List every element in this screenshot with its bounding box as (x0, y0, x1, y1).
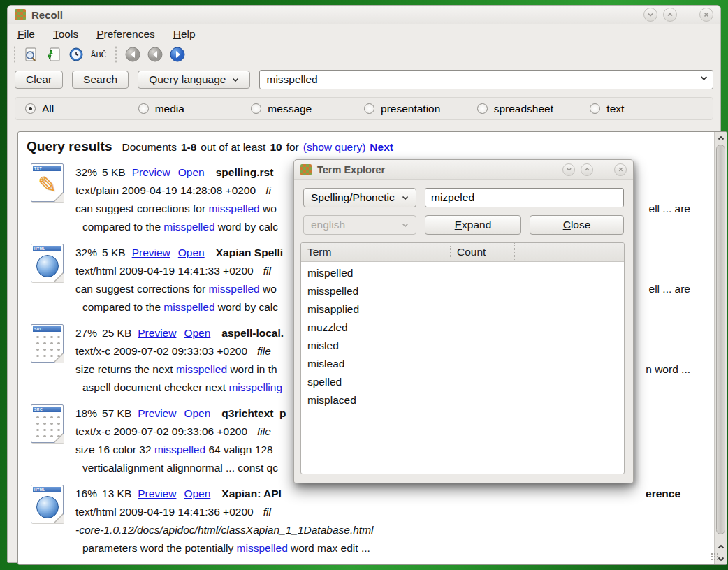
globe-icon (36, 496, 59, 518)
open-link[interactable]: Open (178, 244, 205, 262)
history-clock-icon[interactable] (67, 45, 85, 64)
term-row[interactable]: mislead (307, 355, 624, 373)
dialog-title: Term Explorer (317, 164, 557, 175)
source-code-icon (34, 334, 61, 360)
filter-all[interactable]: All (25, 103, 138, 115)
radio-icon (364, 103, 374, 114)
recoll-logo-icon (15, 9, 26, 20)
open-link[interactable]: Open (184, 404, 210, 423)
filetype-filter-bar: All media message presentation spreadshe… (15, 97, 713, 120)
term-row[interactable]: misspelled (307, 282, 624, 300)
result-row: HTML 16%13 KBPreviewOpenXapian: APIerenc… (31, 485, 714, 557)
result-title: q3richtext_p (221, 404, 286, 423)
search-input[interactable] (259, 70, 713, 89)
result-range: 1-8 (181, 141, 196, 154)
term-row[interactable]: misplaced (307, 391, 624, 409)
search-combo (259, 70, 713, 89)
column-count[interactable]: Count (450, 246, 514, 258)
pencil-icon: ✎ (38, 171, 57, 199)
text-file-icon: TXT✎ (31, 163, 64, 202)
filter-text[interactable]: text (590, 103, 703, 115)
shade-button[interactable] (643, 8, 657, 22)
results-scrollbar[interactable] (714, 132, 727, 564)
close-button[interactable] (699, 8, 713, 22)
chevron-down-icon (700, 75, 708, 81)
filter-media[interactable]: media (138, 103, 252, 115)
page-first-icon[interactable] (124, 45, 142, 64)
column-term[interactable]: Term (301, 246, 450, 258)
toolbar-separator (113, 46, 118, 63)
source-file-icon: SRC (31, 404, 64, 443)
term-list: mispelled misspelled misapplied muzzled … (301, 262, 624, 409)
globe-icon (36, 255, 59, 277)
term-table: Term Count mispelled misspelled misappli… (300, 242, 625, 474)
radio-icon (590, 103, 600, 114)
result-title-fragment: erence (646, 485, 714, 503)
page-previous-icon[interactable] (146, 45, 164, 64)
close-x-icon (703, 11, 710, 18)
html-file-icon: HTML (31, 244, 64, 282)
term-row[interactable]: misapplied (307, 300, 624, 319)
chevron-down-icon (232, 78, 239, 82)
chevron-up-icon (667, 11, 674, 18)
preview-link[interactable]: Preview (132, 163, 170, 182)
filter-presentation[interactable]: presentation (364, 103, 477, 115)
source-file-icon: SRC (31, 324, 64, 363)
menu-tools[interactable]: Tools (53, 28, 78, 41)
term-row[interactable]: spelled (307, 373, 624, 391)
clear-button[interactable]: Clear (15, 71, 63, 89)
dialog-title-bar[interactable]: Term Explorer (294, 160, 633, 180)
preview-link[interactable]: Preview (138, 404, 176, 423)
scroll-track[interactable] (715, 144, 727, 541)
chevron-up-icon (718, 136, 725, 141)
term-row[interactable]: misled (307, 337, 624, 355)
search-button[interactable]: Search (72, 71, 129, 89)
radio-icon (25, 103, 36, 114)
preview-link[interactable]: Preview (138, 485, 176, 503)
chevron-up-icon (584, 166, 590, 173)
preview-link[interactable]: Preview (132, 244, 170, 262)
close-button[interactable] (614, 163, 627, 176)
show-query-link[interactable]: (show query) (303, 141, 366, 154)
language-dropdown[interactable]: english (303, 215, 416, 235)
page-next-icon[interactable] (168, 45, 187, 64)
maximize-button[interactable] (663, 8, 677, 22)
term-row[interactable]: muzzled (307, 319, 624, 337)
menu-preferences[interactable]: Preferences (96, 28, 155, 41)
result-title: Xapian Spelli (216, 244, 283, 262)
chevron-down-icon (402, 223, 409, 228)
maximize-button[interactable] (581, 163, 593, 176)
open-link[interactable]: Open (178, 163, 205, 182)
open-link[interactable]: Open (184, 485, 210, 503)
scroll-thumb[interactable] (716, 145, 725, 534)
menu-file[interactable]: File (17, 28, 35, 41)
menu-help[interactable]: Help (173, 28, 196, 41)
menu-bar: File Tools Preferences Help (8, 24, 720, 43)
scroll-up-button[interactable] (715, 132, 727, 144)
query-language-dropdown[interactable]: Query language (138, 71, 250, 89)
radio-icon (251, 103, 261, 114)
term-input[interactable] (425, 188, 624, 207)
spellcheck-abc-icon[interactable]: ÅBĈ (89, 45, 108, 64)
next-page-link[interactable]: Next (370, 141, 393, 154)
scroll-up-button[interactable] (715, 541, 727, 553)
shade-button[interactable] (562, 163, 575, 176)
title-bar[interactable]: Recoll (8, 6, 720, 24)
filter-message[interactable]: message (251, 103, 364, 115)
preview-link[interactable]: Preview (138, 324, 176, 342)
expand-button[interactable]: Expand (425, 215, 521, 235)
results-header: Query results Documents 1-8 out of at le… (27, 139, 714, 154)
result-count: 10 (270, 141, 282, 154)
expand-mode-dropdown[interactable]: Spelling/Phonetic (303, 188, 416, 207)
radio-icon (477, 103, 488, 114)
dialog-close-button[interactable]: Close (530, 215, 624, 235)
document-preview-icon[interactable] (22, 45, 41, 64)
recoll-logo-icon (300, 164, 312, 175)
search-row: Clear Search Query language (8, 67, 720, 94)
document-update-icon[interactable] (45, 45, 63, 64)
resize-grip[interactable] (711, 553, 719, 561)
term-row[interactable]: mispelled (307, 264, 624, 282)
filter-spreadsheet[interactable]: spreadsheet (477, 103, 590, 115)
chevron-down-icon (402, 196, 409, 200)
open-link[interactable]: Open (184, 324, 210, 342)
